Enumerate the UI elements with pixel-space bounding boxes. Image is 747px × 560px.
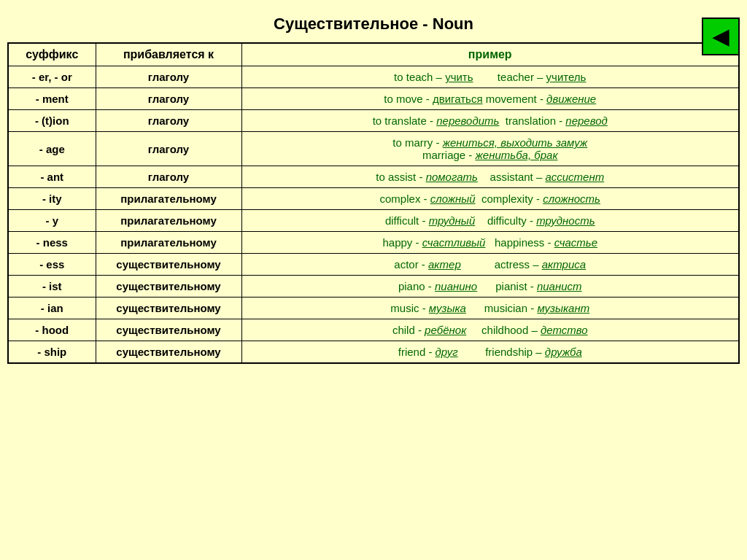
- suffix-cell: - ship: [8, 341, 96, 364]
- example-cell: to move - двигаться movement - движение: [241, 88, 739, 110]
- back-arrow-icon: ◀: [713, 25, 729, 49]
- example-cell: difficult - трудный difficulty - труднос…: [241, 210, 739, 232]
- adds-to-cell: существительному: [96, 276, 241, 298]
- table-row: - shipсуществительномуfriend - друг frie…: [8, 341, 739, 364]
- table-row: - antглаголуto assist - помогать assista…: [8, 166, 739, 188]
- table-row: - hoodсуществительномуchild - ребёнок ch…: [8, 319, 739, 341]
- example-cell: complex - сложный complexity - сложность: [241, 188, 739, 210]
- adds-to-cell: глаголу: [96, 88, 241, 110]
- header-adds-to: прибавляется к: [96, 43, 241, 66]
- suffix-cell: - hood: [8, 319, 96, 341]
- back-button[interactable]: ◀: [702, 18, 740, 55]
- table-header-row: суффикс прибавляется к пример: [8, 43, 739, 66]
- suffix-cell: - ist: [8, 276, 96, 298]
- adds-to-cell: прилагательному: [96, 188, 241, 210]
- page-wrapper: Существительное - Noun ◀ суффикс прибавл…: [7, 15, 740, 364]
- suffix-cell: - ness: [8, 232, 96, 254]
- example-cell: piano - пианино pianist - пианист: [241, 276, 739, 298]
- header-example: пример: [241, 43, 739, 66]
- header-suffix: суффикс: [8, 43, 96, 66]
- suffix-cell: - ity: [8, 188, 96, 210]
- suffix-cell: - ment: [8, 88, 96, 110]
- suffix-cell: - ess: [8, 254, 96, 276]
- table-row: - yприлагательномуdifficult - трудный di…: [8, 210, 739, 232]
- table-row: - mentглаголуto move - двигаться movemen…: [8, 88, 739, 110]
- page-title: Существительное - Noun: [7, 15, 740, 34]
- adds-to-cell: прилагательному: [96, 210, 241, 232]
- example-cell: child - ребёнок childhood – детство: [241, 319, 739, 341]
- table-row: - ageглаголуto marry - жениться, выходит…: [8, 132, 739, 166]
- table-row: - ityприлагательномуcomplex - сложный co…: [8, 188, 739, 210]
- example-cell: to teach – учить teacher – учитель: [241, 66, 739, 88]
- table-row: - nessприлагательномуhappy - счастливый …: [8, 232, 739, 254]
- table-row: - istсуществительномуpiano - пианино pia…: [8, 276, 739, 298]
- adds-to-cell: существительному: [96, 341, 241, 364]
- noun-suffixes-table: суффикс прибавляется к пример - er, - or…: [7, 42, 740, 364]
- example-cell: friend - друг friendship – дружба: [241, 341, 739, 364]
- example-cell: to translate - переводить translation - …: [241, 110, 739, 132]
- suffix-cell: - ian: [8, 298, 96, 319]
- suffix-cell: - ant: [8, 166, 96, 188]
- example-cell: actor - актер actress – актриса: [241, 254, 739, 276]
- example-cell: to assist - помогать assistant – ассисте…: [241, 166, 739, 188]
- example-cell: happy - счастливый happiness - счастье: [241, 232, 739, 254]
- table-row: - essсуществительномуactor - актер actre…: [8, 254, 739, 276]
- adds-to-cell: глаголу: [96, 110, 241, 132]
- suffix-cell: - (t)ion: [8, 110, 96, 132]
- table-row: - (t)ionглаголуto translate - переводить…: [8, 110, 739, 132]
- suffix-cell: - y: [8, 210, 96, 232]
- suffix-cell: - er, - or: [8, 66, 96, 88]
- adds-to-cell: глаголу: [96, 166, 241, 188]
- example-cell: to marry - жениться, выходить замужmarri…: [241, 132, 739, 166]
- table-row: - ianсуществительномуmusic - музыка musi…: [8, 298, 739, 319]
- adds-to-cell: существительному: [96, 298, 241, 319]
- table-row: - er, - orглаголуto teach – учить teache…: [8, 66, 739, 88]
- adds-to-cell: глаголу: [96, 66, 241, 88]
- adds-to-cell: прилагательному: [96, 232, 241, 254]
- adds-to-cell: существительному: [96, 319, 241, 341]
- suffix-cell: - age: [8, 132, 96, 166]
- adds-to-cell: существительному: [96, 254, 241, 276]
- adds-to-cell: глаголу: [96, 132, 241, 166]
- example-cell: music - музыка musician - музыкант: [241, 298, 739, 319]
